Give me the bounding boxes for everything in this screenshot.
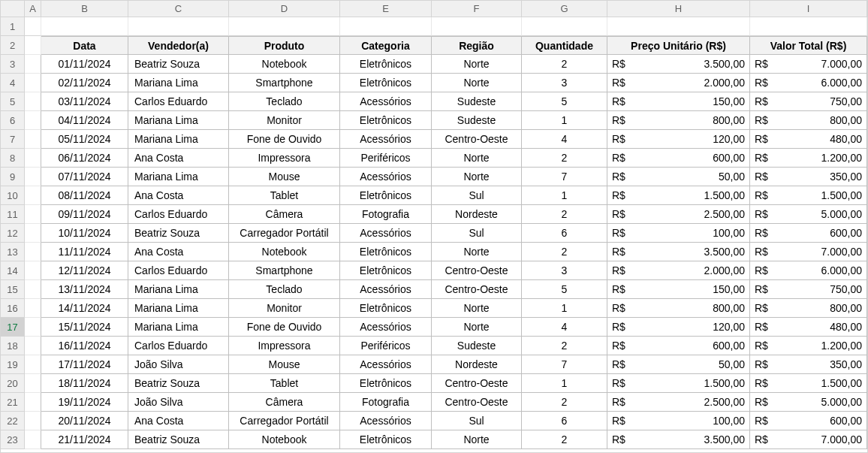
row-header-4[interactable]: 4 bbox=[1, 74, 25, 92]
cell-D[interactable]: Monitor bbox=[229, 299, 340, 318]
cell-H[interactable]: R$100,00 bbox=[607, 412, 750, 430]
row-header-22[interactable]: 22 bbox=[1, 412, 25, 430]
cell-G[interactable]: 3 bbox=[522, 74, 607, 92]
cell-E[interactable]: Periféricos bbox=[340, 337, 432, 355]
cell-B[interactable]: 04/11/2024 bbox=[41, 111, 128, 130]
cell-H[interactable]: R$50,00 bbox=[607, 168, 750, 186]
cell-C[interactable]: Carlos Eduardo bbox=[128, 92, 229, 111]
cell-A[interactable] bbox=[25, 243, 41, 261]
cell-A[interactable] bbox=[25, 17, 41, 36]
column-header-B[interactable]: B bbox=[41, 1, 128, 17]
cell-E[interactable]: Periféricos bbox=[340, 149, 432, 168]
cell-I[interactable]: R$5.000,00 bbox=[750, 205, 867, 224]
cell-F[interactable] bbox=[432, 17, 522, 36]
row-header-6[interactable]: 6 bbox=[1, 111, 25, 130]
cell-A[interactable] bbox=[25, 74, 41, 92]
cell-B[interactable]: 17/11/2024 bbox=[41, 355, 128, 374]
header-vendedor[interactable]: Vendedor(a) bbox=[128, 36, 229, 55]
row-header-10[interactable]: 10 bbox=[1, 186, 25, 205]
cell-A[interactable] bbox=[25, 224, 41, 243]
column-header-I[interactable]: I bbox=[750, 1, 867, 17]
row-header-5[interactable]: 5 bbox=[1, 92, 25, 111]
cell-H[interactable]: R$600,00 bbox=[607, 149, 750, 168]
cell-A[interactable] bbox=[25, 355, 41, 374]
cell-C[interactable]: Mariana Lima bbox=[128, 318, 229, 337]
cell-I[interactable]: R$800,00 bbox=[750, 111, 867, 130]
cell-I[interactable]: R$7.000,00 bbox=[750, 430, 867, 449]
cell-C[interactable] bbox=[128, 17, 229, 36]
cell-A[interactable] bbox=[25, 337, 41, 355]
cell-B[interactable]: 13/11/2024 bbox=[41, 280, 128, 299]
cell-H[interactable]: R$3.500,00 bbox=[607, 55, 750, 74]
cell-H[interactable]: R$150,00 bbox=[607, 280, 750, 299]
row-header-21[interactable]: 21 bbox=[1, 393, 25, 412]
row-header-13[interactable]: 13 bbox=[1, 243, 25, 261]
cell-B[interactable]: 20/11/2024 bbox=[41, 412, 128, 430]
cell-F[interactable]: Centro-Oeste bbox=[432, 393, 522, 412]
cell-H[interactable]: R$1.500,00 bbox=[607, 186, 750, 205]
cell-F[interactable]: Norte bbox=[432, 149, 522, 168]
cell-D[interactable]: Mouse bbox=[229, 355, 340, 374]
cell-D[interactable]: Câmera bbox=[229, 205, 340, 224]
cell-E[interactable]: Eletrônicos bbox=[340, 299, 432, 318]
header-categoria[interactable]: Categoria bbox=[340, 36, 432, 55]
cell-I[interactable]: R$350,00 bbox=[750, 355, 867, 374]
cell-C[interactable]: Carlos Eduardo bbox=[128, 337, 229, 355]
cell-D[interactable]: Teclado bbox=[229, 92, 340, 111]
cell-C[interactable]: Ana Costa bbox=[128, 243, 229, 261]
cell-D[interactable]: Carregador Portátil bbox=[229, 224, 340, 243]
cell-B[interactable]: 11/11/2024 bbox=[41, 243, 128, 261]
cell-F[interactable]: Norte bbox=[432, 430, 522, 449]
cell-G[interactable]: 2 bbox=[522, 149, 607, 168]
cell-B[interactable]: 03/11/2024 bbox=[41, 92, 128, 111]
row-header-20[interactable]: 20 bbox=[1, 374, 25, 393]
cell-I[interactable]: R$6.000,00 bbox=[750, 74, 867, 92]
cell-D[interactable]: Câmera bbox=[229, 393, 340, 412]
cell-I[interactable] bbox=[750, 17, 867, 36]
cell-H[interactable] bbox=[607, 17, 750, 36]
cell-B[interactable]: 16/11/2024 bbox=[41, 337, 128, 355]
header-regiao[interactable]: Região bbox=[432, 36, 522, 55]
cell-B[interactable]: 06/11/2024 bbox=[41, 149, 128, 168]
cell-B[interactable]: 14/11/2024 bbox=[41, 299, 128, 318]
cell-E[interactable]: Acessórios bbox=[340, 92, 432, 111]
cell-H[interactable]: R$3.500,00 bbox=[607, 430, 750, 449]
column-header-D[interactable]: D bbox=[229, 1, 340, 17]
cell-D[interactable]: Notebook bbox=[229, 243, 340, 261]
cell-I[interactable]: R$750,00 bbox=[750, 92, 867, 111]
row-header-9[interactable]: 9 bbox=[1, 168, 25, 186]
cell-C[interactable]: Mariana Lima bbox=[128, 111, 229, 130]
cell-F[interactable]: Nordeste bbox=[432, 205, 522, 224]
cell-E[interactable]: Acessórios bbox=[340, 224, 432, 243]
cell-F[interactable]: Norte bbox=[432, 74, 522, 92]
cell-G[interactable]: 1 bbox=[522, 111, 607, 130]
cell-D[interactable]: Tablet bbox=[229, 186, 340, 205]
cell-D[interactable]: Smartphone bbox=[229, 74, 340, 92]
cell-E[interactable]: Eletrônicos bbox=[340, 261, 432, 280]
cell-I[interactable]: R$800,00 bbox=[750, 299, 867, 318]
cell-D[interactable]: Carregador Portátil bbox=[229, 412, 340, 430]
row-header-17[interactable]: 17 bbox=[1, 318, 25, 337]
cell-I[interactable]: R$750,00 bbox=[750, 280, 867, 299]
cell-F[interactable]: Sul bbox=[432, 186, 522, 205]
cell-E[interactable]: Eletrônicos bbox=[340, 55, 432, 74]
cell-B[interactable]: 21/11/2024 bbox=[41, 430, 128, 449]
column-header-H[interactable]: H bbox=[607, 1, 750, 17]
cell-G[interactable]: 6 bbox=[522, 224, 607, 243]
cell-G[interactable]: 7 bbox=[522, 355, 607, 374]
cell-C[interactable]: João Silva bbox=[128, 355, 229, 374]
cell-A[interactable] bbox=[25, 412, 41, 430]
cell-G[interactable]: 1 bbox=[522, 374, 607, 393]
cell-A[interactable] bbox=[25, 280, 41, 299]
header-data[interactable]: Data bbox=[41, 36, 128, 55]
cell-G[interactable]: 2 bbox=[522, 393, 607, 412]
cell-E[interactable]: Acessórios bbox=[340, 280, 432, 299]
cell-B[interactable]: 01/11/2024 bbox=[41, 55, 128, 74]
cell-D[interactable]: Impressora bbox=[229, 149, 340, 168]
cell-A[interactable] bbox=[25, 36, 41, 55]
row-header-7[interactable]: 7 bbox=[1, 130, 25, 149]
row-header-16[interactable]: 16 bbox=[1, 299, 25, 318]
row-header-2[interactable]: 2 bbox=[1, 36, 25, 55]
cell-E[interactable]: Eletrônicos bbox=[340, 243, 432, 261]
cell-C[interactable]: Mariana Lima bbox=[128, 280, 229, 299]
